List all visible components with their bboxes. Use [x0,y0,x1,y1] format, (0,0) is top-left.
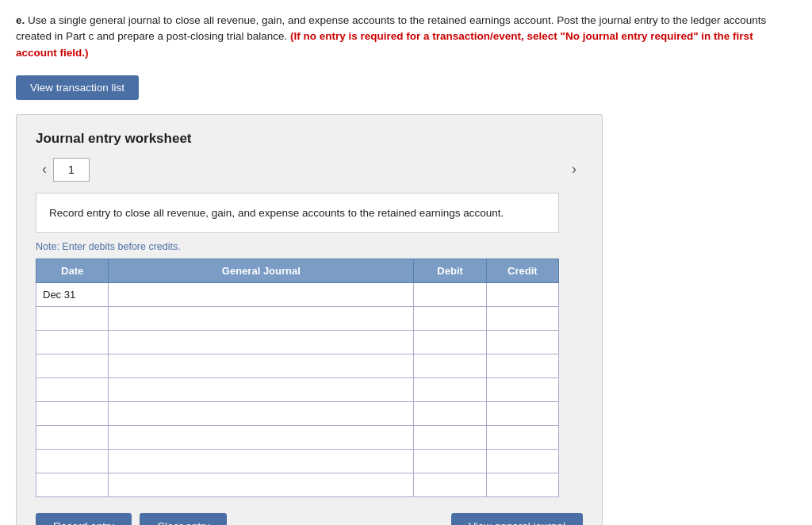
debit-cell-3[interactable] [414,331,486,354]
view-general-journal-button[interactable]: View general journal [451,513,583,525]
credit-input-2[interactable] [492,312,553,324]
debit-cell-9[interactable] [414,473,486,497]
header-credit: Credit [486,259,558,283]
tab-navigation: ‹ 1 › [36,158,583,182]
table-row [36,331,559,354]
journal-cell-9[interactable] [109,473,414,497]
debit-input-1[interactable] [419,289,481,301]
journal-cell-4[interactable] [109,354,414,378]
view-transaction-list-button[interactable]: View transaction list [16,75,139,100]
debit-input-7[interactable] [419,431,481,443]
date-cell-5 [36,378,109,402]
debit-input-3[interactable] [419,336,481,348]
note-text: Note: Enter debits before credits. [36,241,583,252]
credit-input-6[interactable] [492,408,553,420]
table-row [36,378,559,402]
debit-cell-7[interactable] [414,426,486,450]
journal-input-3[interactable] [113,336,408,348]
header-general-journal: General Journal [109,259,414,283]
journal-input-4[interactable] [113,360,408,372]
credit-input-8[interactable] [492,455,553,467]
journal-cell-2[interactable] [109,307,414,331]
credit-cell-4[interactable] [486,354,558,378]
date-cell-4 [36,354,109,378]
date-cell-9 [36,473,109,497]
worksheet-container: Journal entry worksheet ‹ 1 › Record ent… [16,114,603,525]
clear-entry-button[interactable]: Clear entry [140,513,227,525]
credit-cell-3[interactable] [486,331,558,354]
journal-input-2[interactable] [113,312,408,324]
journal-input-1[interactable] [113,289,408,301]
table-row [36,354,559,378]
bottom-buttons-row: Record entry Clear entry View general jo… [36,513,583,525]
debit-input-9[interactable] [419,479,481,491]
credit-input-5[interactable] [492,384,553,396]
debit-input-5[interactable] [419,384,481,396]
debit-cell-6[interactable] [414,402,486,426]
table-row [36,450,559,473]
journal-input-9[interactable] [113,479,408,491]
table-row [36,307,559,331]
debit-cell-8[interactable] [414,450,486,473]
journal-cell-8[interactable] [109,450,414,473]
journal-cell-5[interactable] [109,378,414,402]
header-date: Date [36,259,109,283]
journal-cell-6[interactable] [109,402,414,426]
journal-input-5[interactable] [113,384,408,396]
record-entry-button[interactable]: Record entry [36,513,132,525]
journal-cell-7[interactable] [109,426,414,450]
journal-entry-table: Date General Journal Debit Credit Dec 31 [36,259,559,497]
instruction-paragraph: e. Use a single general journal to close… [16,13,793,61]
journal-input-8[interactable] [113,455,408,467]
table-row [36,473,559,497]
credit-input-4[interactable] [492,360,553,372]
tab-number[interactable]: 1 [53,158,90,182]
journal-input-7[interactable] [113,431,408,443]
credit-cell-8[interactable] [486,450,558,473]
credit-cell-9[interactable] [486,473,558,497]
credit-input-3[interactable] [492,336,553,348]
prev-tab-arrow[interactable]: ‹ [36,158,53,181]
debit-cell-2[interactable] [414,307,486,331]
credit-input-1[interactable] [492,289,553,301]
debit-cell-1[interactable] [414,283,486,307]
debit-input-2[interactable] [419,312,481,324]
table-row [36,426,559,450]
table-row: Dec 31 [36,283,559,307]
credit-cell-1[interactable] [486,283,558,307]
next-tab-arrow[interactable]: › [565,158,583,181]
entry-description: Record entry to close all revenue, gain,… [36,193,559,234]
credit-cell-5[interactable] [486,378,558,402]
debit-input-6[interactable] [419,408,481,420]
date-cell-7 [36,426,109,450]
journal-cell-1[interactable] [109,283,414,307]
credit-input-7[interactable] [492,431,553,443]
credit-cell-6[interactable] [486,402,558,426]
date-cell-3 [36,331,109,354]
date-cell-6 [36,402,109,426]
debit-input-4[interactable] [419,360,481,372]
credit-input-9[interactable] [492,479,553,491]
date-cell-8 [36,450,109,473]
journal-input-6[interactable] [113,408,408,420]
instruction-prefix: e. [16,14,25,26]
header-debit: Debit [414,259,486,283]
date-cell-1: Dec 31 [36,283,109,307]
debit-cell-4[interactable] [414,354,486,378]
worksheet-title: Journal entry worksheet [36,131,583,147]
credit-cell-2[interactable] [486,307,558,331]
journal-cell-3[interactable] [109,331,414,354]
debit-input-8[interactable] [419,455,481,467]
debit-cell-5[interactable] [414,378,486,402]
date-cell-2 [36,307,109,331]
table-row [36,402,559,426]
credit-cell-7[interactable] [486,426,558,450]
